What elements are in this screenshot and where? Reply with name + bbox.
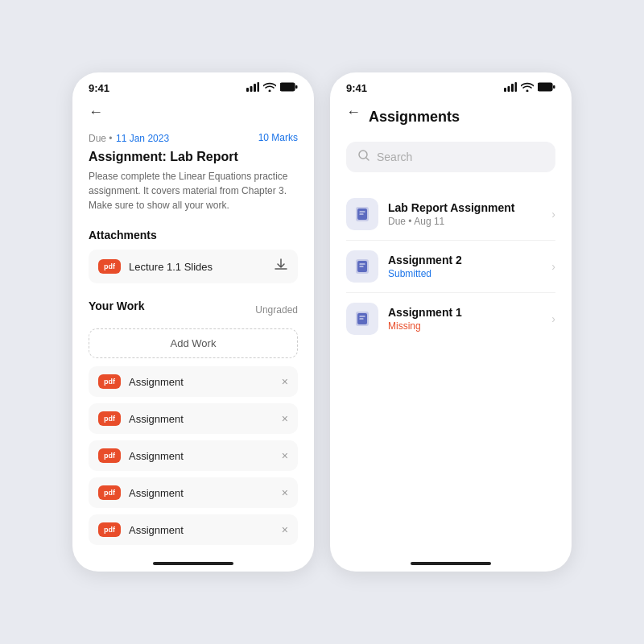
time-right: 9:41 xyxy=(346,82,367,94)
list-item-title-1: Lab Report Assignment xyxy=(388,201,551,214)
svg-rect-3 xyxy=(258,82,260,92)
pdf-badge-work-5: pdf xyxy=(98,522,121,537)
svg-rect-11 xyxy=(553,85,555,89)
assignment-list-item-3[interactable]: Assignment 1 Missing › xyxy=(346,293,555,345)
list-item-info-2: Assignment 2 Submitted xyxy=(388,254,551,279)
due-date: 11 Jan 2023 xyxy=(116,133,169,144)
left-phone-content: ← Due • 11 Jan 2023 10 Marks Assignment:… xyxy=(72,97,314,549)
signal-icon-left xyxy=(246,82,259,94)
home-indicator-right xyxy=(330,549,572,572)
svg-rect-7 xyxy=(508,86,510,92)
search-placeholder: Search xyxy=(377,151,412,163)
work-item-4: pdf Assignment × xyxy=(89,477,298,508)
time-left: 9:41 xyxy=(89,82,109,94)
status-icons-left xyxy=(246,82,298,94)
assignment-desc: Please complete the Linear Equations pra… xyxy=(89,169,298,213)
assignment-list-item-1[interactable]: Lab Report Assignment Due • Aug 11 › xyxy=(346,188,555,241)
attachment-item: pdf Lecture 1.1 Slides xyxy=(89,250,298,283)
svg-rect-8 xyxy=(511,84,514,92)
due-info: Due • 11 Jan 2023 xyxy=(89,130,169,145)
home-bar-right xyxy=(411,562,491,565)
home-indicator-left xyxy=(72,549,314,572)
pdf-badge-work-2: pdf xyxy=(98,411,121,426)
book-icon-box-1 xyxy=(346,198,378,230)
pdf-badge-work-1: pdf xyxy=(98,374,121,389)
back-button-left[interactable]: ← xyxy=(89,104,103,121)
home-bar-left xyxy=(153,562,233,565)
work-item-name-5: Assignment xyxy=(129,524,282,536)
status-icons-right xyxy=(504,82,555,94)
assignments-list: Lab Report Assignment Due • Aug 11 › Ass… xyxy=(346,188,555,345)
list-item-info-1: Lab Report Assignment Due • Aug 11 xyxy=(388,201,551,227)
pdf-badge-attachment: pdf xyxy=(98,259,121,274)
wifi-icon-right xyxy=(521,82,534,94)
right-phone-content: ← Assignments Search xyxy=(330,97,572,549)
page-header: ← Assignments xyxy=(346,104,555,130)
download-icon[interactable] xyxy=(274,258,288,275)
battery-icon-left xyxy=(280,82,298,94)
list-item-info-3: Assignment 1 Missing xyxy=(388,306,551,332)
svg-rect-4 xyxy=(280,83,295,91)
left-phone: 9:41 xyxy=(72,72,314,572)
close-icon-3[interactable]: × xyxy=(282,449,288,462)
attachment-name: Lecture 1.1 Slides xyxy=(129,261,274,273)
close-icon-5[interactable]: × xyxy=(282,523,288,536)
close-icon-2[interactable]: × xyxy=(282,412,288,425)
work-item-name-1: Assignment xyxy=(129,376,282,388)
assignment-list-item-2[interactable]: Assignment 2 Submitted › xyxy=(346,241,555,293)
chevron-icon-1: › xyxy=(551,208,555,221)
status-bar-left: 9:41 xyxy=(72,72,314,97)
work-item-2: pdf Assignment × xyxy=(89,403,298,434)
pdf-badge-work-4: pdf xyxy=(98,485,121,500)
book-icon-box-2 xyxy=(346,250,378,283)
close-icon-4[interactable]: × xyxy=(282,486,288,499)
pdf-badge-work-3: pdf xyxy=(98,448,121,463)
work-item-name-3: Assignment xyxy=(129,450,282,462)
work-items-list: pdf Assignment × pdf Assignment × pdf As… xyxy=(89,366,298,545)
back-button-right[interactable]: ← xyxy=(346,104,361,121)
list-item-title-2: Assignment 2 xyxy=(388,254,551,266)
right-phone: 9:41 xyxy=(330,72,572,572)
work-item-name-4: Assignment xyxy=(129,487,282,499)
svg-rect-6 xyxy=(504,88,506,92)
due-row: Due • 11 Jan 2023 10 Marks xyxy=(89,130,298,145)
search-icon xyxy=(357,149,370,165)
svg-rect-10 xyxy=(538,83,552,91)
battery-icon-right xyxy=(538,82,555,94)
chevron-icon-3: › xyxy=(551,312,555,325)
your-work-row: Your Work Ungraded xyxy=(89,299,298,320)
signal-icon-right xyxy=(504,82,517,94)
svg-rect-9 xyxy=(515,82,518,92)
list-item-sub-2: Submitted xyxy=(388,268,551,279)
list-item-sub-3: Missing xyxy=(388,320,551,332)
grade-status: Ungraded xyxy=(255,304,298,316)
chevron-icon-2: › xyxy=(551,260,555,273)
your-work-label: Your Work xyxy=(89,299,145,312)
list-item-sub-1: Due • Aug 11 xyxy=(388,216,551,227)
search-bar[interactable]: Search xyxy=(346,142,555,172)
work-item: pdf Assignment × xyxy=(89,366,298,397)
close-icon-1[interactable]: × xyxy=(282,375,288,388)
svg-rect-1 xyxy=(250,86,253,92)
svg-rect-5 xyxy=(295,85,298,89)
svg-rect-2 xyxy=(254,84,256,92)
work-item-3: pdf Assignment × xyxy=(89,440,298,471)
wifi-icon-left xyxy=(263,82,276,94)
marks-label: 10 Marks xyxy=(258,132,298,143)
status-bar-right: 9:41 xyxy=(330,72,572,97)
assignment-title: Assignment: Lab Report xyxy=(89,150,298,164)
svg-rect-0 xyxy=(246,88,249,92)
book-icon-box-3 xyxy=(346,303,378,335)
page-title: Assignments xyxy=(369,109,460,126)
list-item-title-3: Assignment 1 xyxy=(388,306,551,319)
work-item-name-2: Assignment xyxy=(129,413,282,425)
attachments-label: Attachments xyxy=(89,229,298,242)
work-item-5: pdf Assignment × xyxy=(89,514,298,545)
add-work-button[interactable]: Add Work xyxy=(89,328,298,358)
